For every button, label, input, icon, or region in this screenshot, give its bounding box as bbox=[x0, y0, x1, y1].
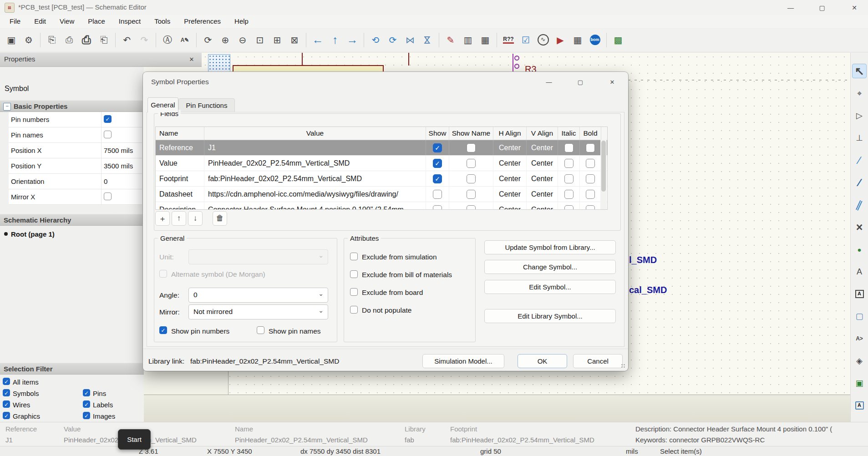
open-pcb-editor-button[interactable]: ▩ bbox=[609, 31, 627, 49]
menu-preferences[interactable]: Preferences bbox=[177, 15, 228, 28]
menu-place[interactable]: Place bbox=[81, 15, 112, 28]
fields-table[interactable]: NameValueShowShow NameH AlignV AlignItal… bbox=[155, 127, 608, 210]
add-field-button[interactable]: ＋ bbox=[155, 211, 170, 226]
junction-tool-button[interactable]: ● bbox=[852, 242, 867, 257]
filter-wires-checkbox[interactable] bbox=[3, 400, 10, 408]
property-row-position-x[interactable]: Position X7500 mils bbox=[9, 143, 142, 158]
cell-h-align[interactable]: Center bbox=[493, 156, 527, 171]
zoom-objects-button[interactable]: ⊞ bbox=[269, 31, 286, 49]
menu-edit[interactable]: Edit bbox=[27, 15, 53, 28]
schematic-pin-wire[interactable] bbox=[408, 53, 409, 66]
plot-button[interactable]: ⎙ bbox=[78, 31, 95, 49]
cancel-button[interactable]: Cancel bbox=[573, 354, 623, 368]
field-row-datasheet[interactable]: Datasheethttps://cdn.amphenol-icc.com/me… bbox=[156, 187, 607, 202]
close-icon[interactable]: ✕ bbox=[844, 0, 865, 15]
show-pin-names-checkbox[interactable] bbox=[257, 326, 264, 334]
cell-h-align[interactable]: Center bbox=[493, 202, 527, 210]
nav-left-button[interactable]: ← bbox=[309, 31, 326, 49]
filter-images-checkbox[interactable] bbox=[83, 412, 90, 419]
field-row-footprint[interactable]: Footprintfab:PinHeader_02x02_P2.54mm_Ver… bbox=[156, 171, 607, 187]
column-header-value[interactable]: Value bbox=[204, 127, 426, 140]
column-header-name[interactable]: Name bbox=[156, 127, 204, 140]
edit-library-symbol-button[interactable]: Edit Library Symbol... bbox=[484, 309, 616, 323]
hierarchical-label-tool-button[interactable]: A> bbox=[852, 331, 867, 346]
image-tool-button[interactable]: ▣ bbox=[852, 376, 867, 390]
show-name-checkbox[interactable] bbox=[467, 205, 476, 210]
property-row-pin-numbers[interactable]: Pin numbers bbox=[9, 112, 142, 127]
show-name-checkbox[interactable] bbox=[467, 159, 476, 168]
annotate-button[interactable]: R?? bbox=[500, 31, 517, 49]
dialog-close-icon[interactable]: ✕ bbox=[605, 76, 619, 88]
resize-grip[interactable] bbox=[621, 364, 625, 368]
tab-general[interactable]: General bbox=[147, 97, 178, 112]
delete-field-button[interactable]: 🗑 bbox=[213, 211, 227, 226]
move-field-down-button[interactable]: ↓ bbox=[188, 211, 203, 226]
move-field-up-button[interactable]: ↑ bbox=[172, 211, 186, 226]
refresh-button[interactable]: ⟳ bbox=[199, 31, 217, 49]
schematic-image-item[interactable] bbox=[208, 54, 230, 74]
tab-pin-functions[interactable]: Pin Functions bbox=[178, 98, 235, 112]
schematic-setup-button[interactable]: ⚙ bbox=[20, 31, 37, 49]
ok-button[interactable]: OK bbox=[518, 354, 567, 368]
select-tool-button[interactable]: ↖ bbox=[852, 64, 867, 78]
browse-symbol-libraries-button[interactable]: ▥ bbox=[459, 31, 477, 49]
highlight-net-tool-button[interactable]: ⌖ bbox=[852, 86, 867, 101]
menu-view[interactable]: View bbox=[53, 15, 81, 28]
column-header-show[interactable]: Show bbox=[426, 127, 449, 140]
attribute-exclude-from-bill-of-materials-checkbox[interactable] bbox=[350, 270, 358, 278]
cell-v-align[interactable]: Center bbox=[527, 156, 558, 171]
italic-checkbox[interactable] bbox=[564, 143, 574, 152]
schematic-hierarchy-section[interactable]: Schematic Hierarchy bbox=[0, 214, 144, 226]
cell-v-align[interactable]: Center bbox=[527, 171, 558, 186]
menu-tools[interactable]: Tools bbox=[147, 15, 177, 28]
zoom-selection-button[interactable]: ⊠ bbox=[286, 31, 303, 49]
save-button[interactable]: ▣ bbox=[3, 31, 20, 49]
filter-graphics-checkbox[interactable] bbox=[3, 412, 10, 419]
filter-pins-checkbox[interactable] bbox=[83, 389, 90, 396]
italic-checkbox[interactable] bbox=[564, 159, 574, 168]
zoom-fit-button[interactable]: ⊡ bbox=[251, 31, 269, 49]
column-header-h-align[interactable]: H Align bbox=[493, 127, 527, 140]
global-label-tool-button[interactable]: A bbox=[852, 287, 867, 301]
cell-v-align[interactable]: Center bbox=[527, 140, 558, 155]
property-row-orientation[interactable]: Orientation0 bbox=[9, 174, 142, 189]
show-checkbox[interactable] bbox=[433, 159, 442, 168]
schematic-pin-wire[interactable] bbox=[302, 53, 303, 65]
panel-close-icon[interactable]: ✕ bbox=[188, 56, 196, 64]
filter-symbols-checkbox[interactable] bbox=[3, 389, 10, 396]
erc-button[interactable]: ☑ bbox=[517, 31, 534, 49]
dialog-minimize-icon[interactable]: — bbox=[542, 76, 556, 88]
simulation-model-button[interactable]: Simulation Model... bbox=[422, 354, 504, 368]
attribute-do-not-populate-checkbox[interactable] bbox=[350, 306, 358, 314]
attribute-exclude-from-simulation-checkbox[interactable] bbox=[350, 253, 358, 260]
pin-numbers-checkbox[interactable] bbox=[104, 115, 112, 123]
menu-help[interactable]: Help bbox=[228, 15, 255, 28]
simulator-button[interactable]: ∿ bbox=[534, 31, 552, 49]
show-pin-numbers-checkbox[interactable] bbox=[159, 326, 167, 334]
field-value[interactable]: Connector Header Surface Mount 4 positio… bbox=[204, 202, 426, 210]
hierarchy-root-item[interactable]: Root (page 1) bbox=[11, 230, 55, 238]
column-header-bold[interactable]: Bold bbox=[580, 127, 601, 140]
bom-button[interactable]: bom bbox=[586, 31, 604, 49]
rotate-ccw-button[interactable]: ⟲ bbox=[367, 31, 384, 49]
draw-bus-tool-button[interactable]: ∕ bbox=[852, 175, 867, 190]
show-name-checkbox[interactable] bbox=[467, 174, 476, 183]
zoom-in-button[interactable]: ⊕ bbox=[217, 31, 234, 49]
cell-h-align[interactable]: Center bbox=[493, 171, 527, 186]
column-header-show-name[interactable]: Show Name bbox=[449, 127, 493, 140]
nav-up-button[interactable]: ↑ bbox=[326, 31, 344, 49]
basic-properties-section[interactable]: − Basic Properties bbox=[0, 100, 144, 112]
nav-right-button[interactable]: → bbox=[344, 31, 361, 49]
zoom-out-button[interactable]: ⊖ bbox=[234, 31, 251, 49]
assign-footprints-button[interactable]: ▦ bbox=[477, 31, 494, 49]
paste-button[interactable]: ⎗ bbox=[95, 31, 112, 49]
no-connect-tool-button[interactable]: × bbox=[852, 220, 867, 234]
field-row-description[interactable]: DescriptionConnector Header Surface Moun… bbox=[156, 202, 607, 210]
text-box-tool-button[interactable]: A bbox=[852, 398, 867, 413]
maximize-icon[interactable]: ▢ bbox=[812, 0, 832, 15]
italic-checkbox[interactable] bbox=[564, 205, 574, 210]
bus-entry-tool-button[interactable]: ∥ bbox=[852, 198, 867, 212]
property-row-mirror-x[interactable]: Mirror X bbox=[9, 189, 142, 205]
property-row-position-y[interactable]: Position Y3500 mils bbox=[9, 158, 142, 174]
update-symbol-from-library-button[interactable]: Update Symbol from Library... bbox=[484, 240, 616, 254]
